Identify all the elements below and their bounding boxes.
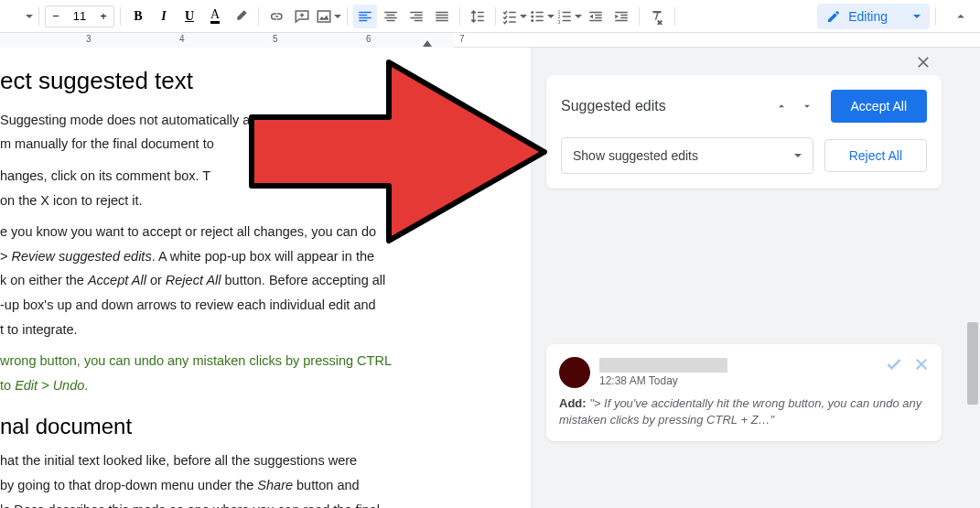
font-size-group: − 11 +	[45, 5, 114, 27]
close-panel-button[interactable]	[910, 49, 936, 75]
heading-final-document: nal document	[0, 411, 523, 442]
more-button[interactable]	[7, 5, 33, 28]
editing-mode-label: Editing	[848, 9, 888, 24]
redacted-name	[599, 358, 727, 373]
checklist-button[interactable]	[501, 5, 527, 28]
collapse-toolbar-button[interactable]	[949, 5, 973, 28]
accept-suggestion-button[interactable]	[883, 353, 905, 375]
accept-all-button[interactable]: Accept All	[831, 90, 927, 123]
reject-all-button[interactable]: Reject All	[824, 139, 927, 172]
avatar	[559, 357, 590, 388]
align-center-button[interactable]	[379, 5, 403, 28]
text-color-button[interactable]: A	[203, 5, 227, 28]
decrease-indent-button[interactable]	[584, 5, 608, 28]
clear-formatting-button[interactable]	[645, 5, 669, 28]
line-spacing-button[interactable]	[466, 5, 490, 28]
toolbar: − 11 + B I U A	[0, 0, 980, 33]
comment-timestamp: 12:38 AM Today	[599, 374, 727, 387]
highlight-button[interactable]	[229, 5, 253, 28]
suggested-edits-title: Suggested edits	[561, 98, 666, 114]
svg-text:3: 3	[558, 18, 561, 24]
ruler[interactable]: 3 4 5 6 7	[0, 33, 980, 48]
document-area[interactable]: ect suggested text Suggesting mode does …	[0, 48, 531, 508]
insert-link-button[interactable]	[264, 5, 288, 28]
font-size-increase[interactable]: +	[93, 6, 113, 27]
next-edit-button[interactable]	[796, 95, 818, 117]
heading-reject-suggested: ect suggested text	[0, 64, 523, 98]
editing-mode-button[interactable]: Editing	[817, 4, 930, 29]
ruler-indent-marker[interactable]	[423, 40, 432, 47]
italic-button[interactable]: I	[152, 5, 176, 28]
suggestion-comment-card[interactable]: 12:38 AM Today Add: "> If you've acciden…	[546, 344, 942, 441]
insert-image-button[interactable]	[316, 5, 341, 28]
align-justify-button[interactable]	[430, 5, 454, 28]
side-panel: Suggested edits Accept All Show sug	[531, 48, 980, 508]
prev-edit-button[interactable]	[770, 95, 792, 117]
underline-button[interactable]: U	[178, 5, 201, 28]
svg-point-3	[531, 19, 533, 22]
add-comment-button[interactable]	[290, 5, 314, 28]
numbered-list-button[interactable]: 123	[556, 5, 582, 28]
reject-suggestion-button[interactable]	[910, 353, 932, 375]
bold-button[interactable]: B	[126, 5, 150, 28]
font-size-decrease[interactable]: −	[46, 6, 66, 27]
window-scrollbar[interactable]	[965, 48, 980, 508]
increase-indent-button[interactable]	[609, 5, 633, 28]
font-size-value[interactable]: 11	[66, 9, 93, 23]
align-right-button[interactable]	[404, 5, 428, 28]
svg-point-2	[531, 15, 533, 17]
svg-rect-0	[318, 11, 330, 22]
svg-point-1	[531, 11, 533, 14]
align-left-button[interactable]	[353, 5, 377, 28]
show-edits-dropdown[interactable]: Show suggested edits	[561, 137, 813, 174]
suggested-edits-card: Suggested edits Accept All Show sug	[546, 75, 942, 189]
comment-body: Add: "> If you've accidentally hit the w…	[559, 395, 929, 428]
bullet-list-button[interactable]	[529, 5, 555, 28]
